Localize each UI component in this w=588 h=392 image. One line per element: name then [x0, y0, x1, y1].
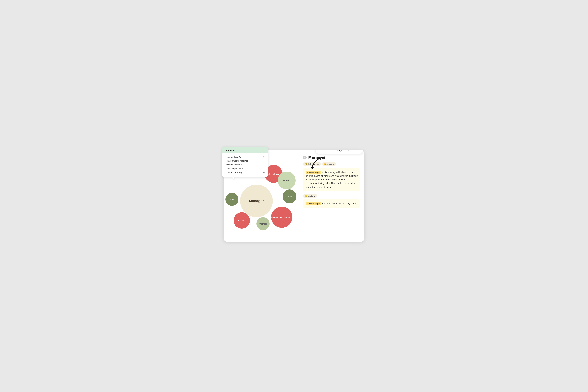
right-panel: Powered By OpenAI ✕ Manager 😤 intimidati… — [299, 150, 364, 242]
main-card: Manager Total feedback(s)3Total phrase(s… — [224, 150, 364, 242]
bubble-growth[interactable]: Growth — [278, 172, 296, 190]
tooltip-row: Total feedback(s)3 — [226, 155, 264, 159]
bubble-manager[interactable]: Manager — [240, 184, 273, 217]
bubble-gender-disc[interactable]: Gender discrimination — [271, 206, 292, 228]
bubble-culture[interactable]: Culture — [234, 212, 250, 229]
tooltip-row: Neutral phrase(s)0 — [226, 171, 264, 174]
tag-anxiety: 😟 Anxiety — [322, 162, 336, 166]
highlight-phrase-2: My manager — [306, 202, 321, 205]
openai-badge: Powered By OpenAI — [316, 150, 362, 154]
tag-intimidation: 😤 intimidation — [303, 162, 321, 166]
left-panel: Manager Total feedback(s)3Total phrase(s… — [224, 150, 299, 242]
feedback-text-2: and team members are very helpful — [321, 202, 358, 205]
manager-section-header: ✕ Manager — [303, 155, 360, 160]
bubble-trust[interactable]: Trust — [282, 190, 296, 203]
highlight-phrase-1: My manager — [306, 171, 321, 174]
outer-container: Manager Total feedback(s)3Total phrase(s… — [220, 147, 368, 245]
manager-title: Manager — [308, 155, 326, 160]
tooltip-tail — [232, 177, 234, 180]
bubble-wellness[interactable]: Wellness — [256, 217, 270, 230]
bubble-salary[interactable]: Salary — [226, 193, 238, 206]
tooltip-row: Positive phrase(s)1 — [226, 163, 264, 167]
tooltip-row: Negative phrase(s)3 — [226, 167, 264, 171]
powered-by-text: Powered By — [319, 150, 335, 150]
grateful-tag: 😊 grateful — [303, 194, 317, 198]
feedback-card-1: My manager is often overly critical and … — [303, 168, 360, 191]
openai-brand-text: OpenAI — [344, 150, 359, 151]
tags-row: 😤 intimidation😟 Anxiety — [303, 162, 360, 166]
openai-logo-icon — [337, 150, 343, 152]
feedback-card-2: My manager and team members are very hel… — [303, 200, 360, 208]
tooltip-row: Total phrase(s) matched4 — [226, 159, 264, 163]
tooltip-card: Manager Total feedback(s)3Total phrase(s… — [222, 147, 268, 177]
close-icon[interactable]: ✕ — [303, 156, 306, 159]
tooltip-title: Manager — [222, 147, 268, 153]
